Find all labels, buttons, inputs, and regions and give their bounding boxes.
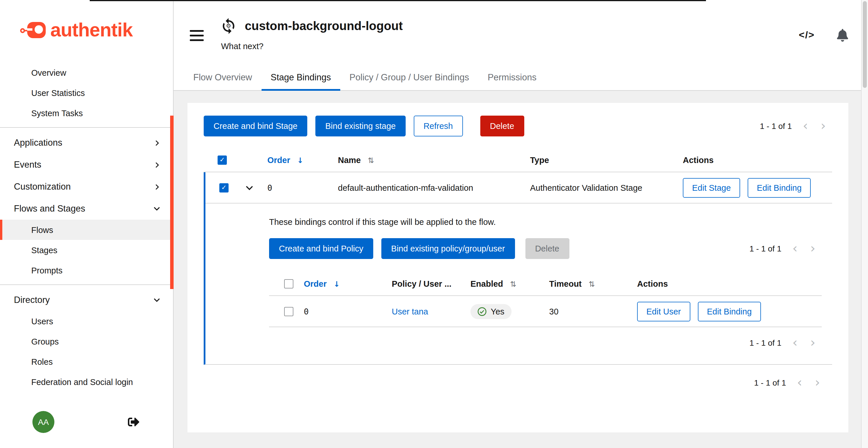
authentik-logo[interactable]: authentik (0, 0, 173, 60)
policy-table-header: Order↓ Policy / User ... Enabled⇅ Timeou… (269, 272, 822, 296)
column-header-enabled[interactable]: Enabled⇅ (466, 279, 545, 288)
pagination-prev-icon[interactable]: ‹ (797, 120, 814, 132)
delete-button[interactable]: Delete (480, 115, 524, 136)
sidebar-item-federation[interactable]: Federation and Social login (0, 372, 173, 392)
edit-binding-button[interactable]: Edit Binding (748, 178, 811, 197)
pagination-prev-icon[interactable]: ‹ (786, 242, 804, 255)
browser-scrollbar[interactable] (861, 0, 868, 448)
content-area: Create and bind Stage Bind existing stag… (174, 91, 861, 448)
logout-icon[interactable] (128, 416, 140, 428)
pagination-next-icon[interactable]: › (804, 242, 822, 255)
stage-order-value: 0 (260, 183, 331, 192)
sidebar-item-label: Flows (31, 225, 53, 234)
user-link[interactable]: User tana (392, 307, 428, 316)
column-header-timeout[interactable]: Timeout⇅ (545, 279, 632, 288)
browser-scrollbar-thumb[interactable] (863, 1, 867, 88)
tab-flow-overview[interactable]: Flow Overview (184, 65, 261, 90)
check-circle-icon (477, 307, 487, 316)
sidebar-item-label: Users (31, 316, 53, 326)
bindings-help-text: These bindings control if this stage wil… (269, 217, 822, 227)
column-header-policy[interactable]: Policy / User ... (387, 279, 466, 288)
column-header-name[interactable]: Name⇅ (331, 155, 523, 165)
pagination-prev-icon[interactable]: ‹ (786, 337, 804, 349)
create-and-bind-stage-button[interactable]: Create and bind Stage (204, 115, 307, 136)
pagination-next-icon[interactable]: › (814, 120, 832, 132)
row-checkbox[interactable]: ✓ (219, 183, 228, 192)
column-label: Timeout (549, 279, 582, 288)
pagination-label: 1 - 1 of 1 (749, 338, 786, 347)
row-checkbox[interactable] (284, 307, 293, 316)
delete-policy-binding-button[interactable]: Delete (525, 238, 569, 259)
sort-icon: ⇅ (368, 156, 374, 165)
timeout-value: 30 (545, 307, 632, 316)
sidebar-item-customization[interactable]: Customization (0, 176, 173, 198)
api-drawer-icon[interactable]: </> (799, 30, 815, 41)
edit-binding-button[interactable]: Edit Binding (698, 302, 761, 321)
header-actions: </> (799, 29, 848, 42)
sidebar-item-stages[interactable]: Stages (0, 240, 173, 260)
sidebar-item-events[interactable]: Events (0, 154, 173, 176)
gear-icon: ⚙ (226, 23, 231, 29)
sidebar-item-label: Applications (14, 138, 62, 148)
tab-bar: Flow Overview Stage Bindings Policy / Gr… (174, 65, 861, 91)
sidebar-item-label: Customization (14, 181, 71, 192)
sidebar-item-label: Overview (31, 68, 66, 77)
brand-name: authentik (50, 19, 132, 41)
sidebar-item-users[interactable]: Users (0, 311, 173, 331)
column-label: Enabled (470, 279, 503, 288)
pagination-label: 1 - 1 of 1 (754, 378, 791, 387)
policy-pagination-top: 1 - 1 of 1 ‹ › (749, 242, 822, 255)
sort-icon: ⇅ (510, 279, 517, 288)
create-and-bind-policy-button[interactable]: Create and bind Policy (269, 238, 373, 259)
sidebar-item-prompts[interactable]: Prompts (0, 260, 173, 280)
pagination-prev-icon[interactable]: ‹ (791, 376, 809, 389)
sidebar-item-applications[interactable]: Applications (0, 132, 173, 154)
tab-policy-group-user-bindings[interactable]: Policy / Group / User Bindings (340, 65, 478, 90)
column-header-type: Type (523, 155, 676, 165)
stage-table-header: ✓ Order↓ Name⇅ Type Actions (204, 148, 832, 172)
select-all-policies-checkbox[interactable] (284, 279, 293, 288)
sidebar-item-roles[interactable]: Roles (0, 351, 173, 372)
collapse-row-icon[interactable] (245, 183, 253, 192)
sidebar-item-overview[interactable]: Overview (0, 62, 173, 83)
column-header-order[interactable]: Order↓ (299, 279, 387, 288)
stage-type: Authenticator Validation Stage (523, 183, 676, 192)
sidebar-item-label: System Tasks (31, 108, 83, 117)
sidebar-item-flows[interactable]: Flows (0, 220, 173, 240)
page-title: custom-background-logout (245, 19, 403, 33)
notifications-bell-icon[interactable] (837, 29, 848, 42)
sidebar-item-label: Groups (31, 337, 59, 346)
column-label: Name (338, 155, 361, 165)
sidebar-item-system-tasks[interactable]: System Tasks (0, 103, 173, 123)
policy-pagination-bottom: 1 - 1 of 1 ‹ › (269, 337, 822, 349)
sidebar-item-flows-and-stages[interactable]: Flows and Stages (0, 198, 173, 220)
pagination-bottom: 1 - 1 of 1 ‹ › (204, 376, 832, 389)
page-subtitle: What next? (221, 42, 403, 51)
bind-existing-stage-button[interactable]: Bind existing stage (315, 115, 405, 136)
sidebar-scrollbar[interactable] (170, 115, 174, 289)
sidebar-footer: AA (0, 402, 173, 448)
menu-toggle-icon[interactable] (190, 30, 204, 41)
sidebar-item-groups[interactable]: Groups (0, 331, 173, 351)
sidebar-item-label: Federation and Social login (31, 377, 133, 386)
stage-name: default-authentication-mfa-validation (331, 183, 523, 192)
policy-order-value: 0 (299, 307, 387, 316)
tab-permissions[interactable]: Permissions (478, 65, 546, 90)
column-header-order[interactable]: Order↓ (260, 155, 331, 165)
selected-stage-binding-block: ✓ 0 default-authentication-mfa-validatio… (204, 172, 832, 365)
pagination-next-icon[interactable]: › (804, 337, 822, 349)
stage-binding-row: ✓ 0 default-authentication-mfa-validatio… (206, 172, 832, 204)
expanded-policy-bindings: These bindings control if this stage wil… (206, 204, 832, 364)
pagination-next-icon[interactable]: › (808, 376, 826, 389)
refresh-button[interactable]: Refresh (414, 115, 463, 136)
avatar[interactable]: AA (32, 411, 54, 433)
select-all-checkbox[interactable]: ✓ (218, 155, 227, 165)
tab-stage-bindings[interactable]: Stage Bindings (261, 65, 340, 90)
edit-user-button[interactable]: Edit User (637, 302, 690, 321)
sidebar-item-directory[interactable]: Directory (0, 289, 173, 311)
sidebar-item-user-statistics[interactable]: User Statistics (0, 83, 173, 103)
bind-existing-policy-button[interactable]: Bind existing policy/group/user (381, 238, 515, 259)
enabled-badge: Yes (470, 304, 511, 319)
edit-stage-button[interactable]: Edit Stage (683, 178, 740, 197)
sidebar-item-label: Flows and Stages (14, 204, 85, 214)
